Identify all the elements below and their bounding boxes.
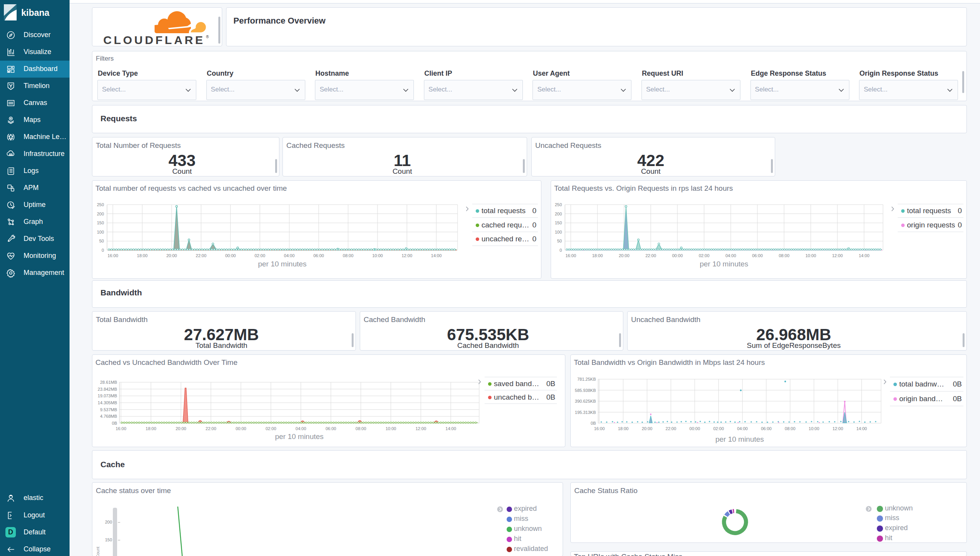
svg-text:®: ®: [206, 35, 209, 39]
svg-text:CLOUDFLARE: CLOUDFLARE: [103, 34, 205, 46]
